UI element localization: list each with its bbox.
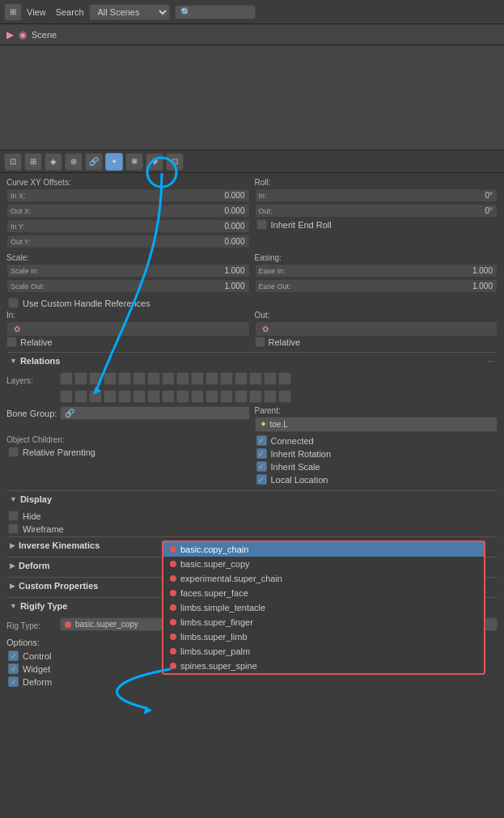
layer-23[interactable] — [147, 390, 160, 403]
search-menu[interactable]: Search — [56, 7, 84, 17]
relations-header[interactable]: ▼ Relations ··· — [6, 352, 498, 369]
roll-out-field[interactable]: Out: 0° — [255, 204, 498, 218]
layer-10[interactable] — [191, 372, 204, 385]
relative-parenting-checkbox[interactable] — [8, 447, 19, 457]
dropdown-item[interactable]: spines.super_spine — [163, 659, 484, 673]
in-x-field[interactable]: In X: 0.000 — [6, 189, 250, 202]
layer-20[interactable] — [104, 390, 116, 403]
layer-27[interactable] — [205, 390, 218, 403]
hide-checkbox[interactable] — [8, 511, 19, 521]
parent-row: Bone Group: 🔗 Parent: ✦ toe.L — [6, 406, 498, 432]
control-checkbox[interactable]: ✓ — [8, 651, 19, 661]
toolbar-btn-layer[interactable]: ⊕ — [65, 153, 83, 171]
layer-11[interactable] — [205, 372, 218, 385]
out-y-field[interactable]: Out Y: 0.000 — [6, 235, 250, 248]
expand-icon[interactable]: ▶ — [6, 29, 14, 40]
toolbar-btn-bone[interactable]: ✦ — [105, 153, 123, 171]
toolbar-btn-camera[interactable]: ◈ — [44, 153, 62, 171]
rigify-title: Rigify Type — [20, 601, 67, 611]
layer-2[interactable] — [74, 372, 87, 385]
layer-8[interactable] — [162, 372, 175, 385]
scale-out-field[interactable]: Scale Out: 1.000 — [6, 279, 250, 293]
scene-dropdown[interactable]: All Scenes — [89, 4, 170, 20]
layer-25[interactable] — [176, 390, 189, 403]
dropdown-dot — [170, 561, 176, 567]
layer-5[interactable] — [118, 372, 131, 385]
dropdown-dot — [170, 575, 176, 582]
widget-checkbox[interactable]: ✓ — [8, 663, 19, 674]
out-relative-checkbox[interactable] — [255, 337, 265, 347]
in-field[interactable]: ✿ — [6, 321, 250, 337]
out-field[interactable]: ✿ — [255, 321, 498, 337]
dropdown-item[interactable]: basic.copy_chain — [163, 542, 484, 557]
layer-32[interactable] — [278, 390, 291, 403]
layer-21[interactable] — [118, 390, 131, 403]
layer-30[interactable] — [249, 390, 262, 403]
layer-1[interactable] — [60, 372, 73, 385]
layer-15[interactable] — [264, 372, 277, 385]
wireframe-checkbox[interactable] — [8, 523, 19, 534]
layer-28[interactable] — [220, 390, 233, 403]
connected-checkbox[interactable]: ✓ — [256, 435, 267, 446]
relative-parenting-label: Relative Parenting — [23, 447, 95, 457]
deform-options-checkbox[interactable]: ✓ — [8, 676, 19, 687]
layer-14[interactable] — [249, 372, 262, 385]
layer-7[interactable] — [147, 372, 160, 385]
toolbar-btn-link[interactable]: 🔗 — [85, 153, 103, 171]
layer-4[interactable] — [104, 372, 116, 385]
layer-31[interactable] — [264, 390, 277, 403]
inherit-rotation-checkbox[interactable]: ✓ — [256, 448, 267, 459]
easing-section: Easing: Ease In: 1.000 Ease Out: 1.000 — [255, 253, 498, 295]
roll-in-field[interactable]: In: 0° — [255, 189, 498, 202]
dropdown-item[interactable]: faces.super_face — [163, 586, 484, 600]
toolbar-btn-view[interactable]: ⊞ — [24, 153, 42, 171]
rig-type-value: basic.super_copy — [75, 620, 138, 629]
hide-label: Hide — [23, 511, 41, 521]
layer-13[interactable] — [235, 372, 248, 385]
layer-24[interactable] — [162, 390, 175, 403]
dropdown-item[interactable]: experimental.super_chain — [163, 571, 484, 586]
layer-19[interactable] — [89, 390, 102, 403]
bone-group-field[interactable]: 🔗 — [60, 406, 249, 420]
layer-18[interactable] — [74, 390, 87, 403]
toolbar-btn-layout[interactable]: ⊡ — [4, 153, 22, 171]
layer-9[interactable] — [176, 372, 189, 385]
inherit-rotation-label: Inherit Rotation — [271, 449, 332, 459]
inherit-scale-checkbox[interactable]: ✓ — [256, 461, 267, 472]
relations-options[interactable]: ··· — [488, 357, 494, 366]
layer-16[interactable] — [278, 372, 291, 385]
in-relative-checkbox[interactable] — [6, 337, 17, 347]
scale-in-field[interactable]: Scale In: 1.000 — [6, 264, 250, 278]
toolbar-btn-constraint[interactable]: ❋ — [125, 153, 143, 171]
layer-6[interactable] — [133, 372, 146, 385]
layer-26[interactable] — [191, 390, 204, 403]
dropdown-item[interactable]: limbs.simple_tentacle — [163, 600, 484, 615]
local-location-checkbox[interactable]: ✓ — [256, 474, 267, 485]
dropdown-item[interactable]: basic.super_copy — [163, 557, 484, 571]
layer-12[interactable] — [220, 372, 233, 385]
in-y-field[interactable]: In Y: 0.000 — [6, 219, 250, 233]
parent-field[interactable]: ✦ toe.L — [255, 417, 498, 432]
scene-bar: ▶ ◉ Scene — [0, 24, 504, 45]
search-input[interactable] — [175, 5, 256, 19]
layer-29[interactable] — [235, 390, 248, 403]
deform-title: Deform — [19, 561, 50, 570]
toolbar-btn-object[interactable]: ✥ — [146, 153, 163, 171]
ease-in-field[interactable]: Ease In: 1.000 — [255, 264, 498, 278]
view-menu[interactable]: View — [27, 7, 46, 17]
custom-handle-row: Use Custom Handle References — [6, 298, 498, 308]
layer-17[interactable] — [60, 390, 73, 403]
ease-out-field[interactable]: Ease Out: 1.000 — [255, 279, 498, 293]
connected-row: ✓ Connected — [255, 435, 498, 446]
out-x-field[interactable]: Out X: 0.000 — [6, 204, 250, 218]
layer-22[interactable] — [133, 390, 146, 403]
app-icon[interactable]: ⊞ — [4, 3, 22, 21]
custom-handle-checkbox[interactable] — [8, 298, 19, 308]
display-header[interactable]: ▼ Display — [6, 490, 498, 507]
dropdown-item[interactable]: limbs.super_limb — [163, 629, 484, 644]
dropdown-item[interactable]: limbs.super_finger — [163, 615, 484, 629]
inherit-end-roll-checkbox[interactable] — [256, 219, 267, 230]
layer-3[interactable] — [89, 372, 102, 385]
dropdown-item[interactable]: limbs.super_palm — [163, 644, 484, 659]
toolbar-btn-data[interactable]: ⊡ — [166, 153, 184, 171]
